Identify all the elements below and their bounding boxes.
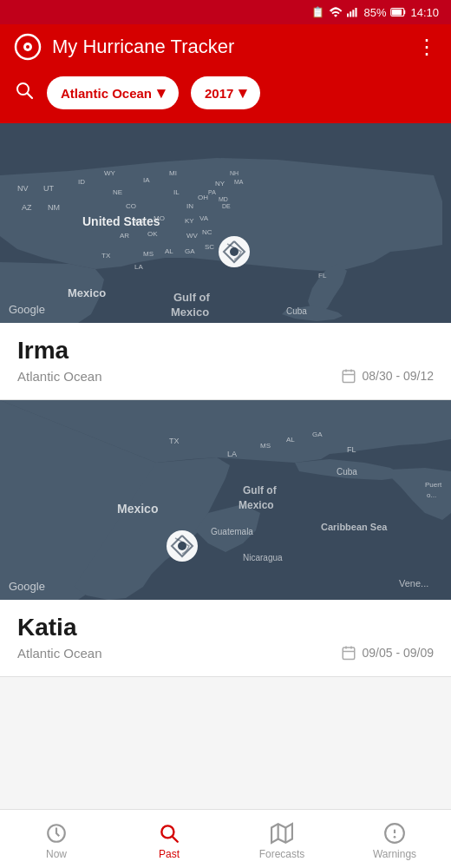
svg-text:NC: NC xyxy=(202,228,212,236)
svg-text:ID: ID xyxy=(78,178,85,186)
storm-dates-katia: 09/05 - 09/09 xyxy=(341,645,434,661)
svg-text:Puert: Puert xyxy=(425,481,442,489)
svg-text:TX: TX xyxy=(169,437,180,445)
svg-text:Gulf of: Gulf of xyxy=(173,291,211,304)
svg-text:WY: WY xyxy=(104,169,116,177)
year-filter-label: 2017 xyxy=(205,86,233,101)
ocean-dropdown-arrow: ▾ xyxy=(157,83,165,102)
google-logo-label-2: Google xyxy=(9,580,45,593)
svg-text:Vene...: Vene... xyxy=(399,578,428,589)
more-options-icon[interactable]: ⋮ xyxy=(416,36,437,57)
nav-now[interactable]: Now xyxy=(0,810,113,868)
nav-past-label: Past xyxy=(159,848,180,860)
search-icon[interactable] xyxy=(14,80,35,106)
storm-daterange-katia: 09/05 - 09/09 xyxy=(362,646,434,660)
svg-text:o...: o... xyxy=(427,491,436,499)
battery-level: 85% xyxy=(363,6,386,19)
alert-icon xyxy=(383,822,406,845)
nav-forecasts[interactable]: Forecasts xyxy=(226,810,338,868)
wifi-icon xyxy=(329,7,343,17)
svg-text:NM: NM xyxy=(48,203,60,212)
svg-text:MD: MD xyxy=(219,196,228,202)
svg-text:Cuba: Cuba xyxy=(337,467,357,477)
svg-text:Gulf of: Gulf of xyxy=(243,484,278,496)
map-irma[interactable]: Gulf of Mexico NV UT AZ NM ID WY NE CO I… xyxy=(0,123,451,323)
svg-text:Caribbean Sea: Caribbean Sea xyxy=(321,522,388,532)
map-icon xyxy=(271,822,293,845)
svg-text:NV: NV xyxy=(17,184,29,193)
svg-text:DE: DE xyxy=(222,203,231,209)
svg-text:IA: IA xyxy=(143,176,150,184)
map-katia[interactable]: TX MS AL GA LA FL Gulf of Mexico Mexico … xyxy=(0,400,451,600)
svg-text:CO: CO xyxy=(126,202,136,210)
svg-rect-58 xyxy=(343,371,356,383)
storm-meta-katia: Atlantic Ocean 09/05 - 09/09 xyxy=(17,645,434,661)
status-icons: 📋 85% 14:10 xyxy=(311,6,439,19)
app-title: My Hurricane Tracker xyxy=(52,36,234,58)
clock-icon xyxy=(45,822,68,845)
nav-warnings[interactable]: Warnings xyxy=(338,810,451,868)
svg-line-11 xyxy=(28,94,33,99)
calendar-icon-katia xyxy=(341,645,356,661)
svg-text:MA: MA xyxy=(234,179,244,185)
svg-text:MS: MS xyxy=(260,442,271,450)
storm-card-irma: Gulf of Mexico NV UT AZ NM ID WY NE CO I… xyxy=(0,123,451,400)
svg-text:AL: AL xyxy=(165,247,173,255)
svg-text:LA: LA xyxy=(134,263,143,271)
storm-dates-irma: 08/30 - 09/12 xyxy=(341,368,434,384)
svg-text:Mexico: Mexico xyxy=(117,502,158,516)
signal-icon xyxy=(347,7,359,17)
storm-name-irma: Irma xyxy=(17,337,434,365)
svg-text:Mexico: Mexico xyxy=(239,499,274,511)
svg-text:MI: MI xyxy=(169,169,177,177)
time-display: 14:10 xyxy=(410,6,439,19)
svg-text:FL: FL xyxy=(318,272,327,279)
ocean-filter-button[interactable]: Atlantic Ocean ▾ xyxy=(47,76,179,109)
nav-forecasts-label: Forecasts xyxy=(259,848,305,860)
svg-text:NY: NY xyxy=(215,180,226,187)
header-left: My Hurricane Tracker xyxy=(14,33,234,61)
storm-ocean-katia: Atlantic Ocean xyxy=(17,646,102,661)
svg-text:FL: FL xyxy=(347,445,356,454)
svg-rect-0 xyxy=(347,13,349,16)
svg-text:IN: IN xyxy=(186,202,193,210)
nav-past[interactable]: Past xyxy=(113,810,226,868)
svg-text:LA: LA xyxy=(227,450,237,458)
svg-text:NH: NH xyxy=(230,170,239,176)
sim-icon: 📋 xyxy=(311,6,324,18)
storm-meta-irma: Atlantic Ocean 08/30 - 09/12 xyxy=(17,368,434,384)
year-dropdown-arrow: ▾ xyxy=(239,83,246,102)
svg-text:Nicaragua: Nicaragua xyxy=(243,553,283,562)
filter-row: Atlantic Ocean ▾ 2017 ▾ xyxy=(0,69,451,123)
year-filter-button[interactable]: 2017 ▾ xyxy=(191,76,260,109)
storm-daterange-irma: 08/30 - 09/12 xyxy=(362,369,434,383)
svg-rect-6 xyxy=(404,10,406,15)
storm-name-katia: Katia xyxy=(17,614,434,641)
svg-rect-5 xyxy=(392,10,402,16)
search-nav-icon xyxy=(158,822,180,845)
svg-text:Mexico: Mexico xyxy=(68,286,106,299)
svg-rect-1 xyxy=(350,11,352,16)
storm-ocean-irma: Atlantic Ocean xyxy=(17,369,102,384)
svg-rect-3 xyxy=(356,8,357,17)
svg-rect-87 xyxy=(343,648,356,660)
svg-text:AZ: AZ xyxy=(22,203,32,212)
svg-text:KY: KY xyxy=(185,217,194,225)
svg-text:United States: United States xyxy=(82,214,160,228)
svg-text:AL: AL xyxy=(286,436,295,444)
svg-text:WV: WV xyxy=(186,232,199,240)
storm-info-irma: Irma Atlantic Ocean 08/30 - 09/12 xyxy=(0,323,451,400)
svg-text:IL: IL xyxy=(173,188,180,196)
nav-warnings-label: Warnings xyxy=(373,848,416,860)
app-logo-icon xyxy=(14,33,42,61)
svg-rect-2 xyxy=(353,10,355,16)
svg-line-93 xyxy=(173,836,178,841)
svg-text:VA: VA xyxy=(199,214,209,222)
svg-text:TX: TX xyxy=(101,252,111,260)
ocean-filter-label: Atlantic Ocean xyxy=(61,86,152,101)
svg-text:GA: GA xyxy=(312,431,323,438)
svg-text:NE: NE xyxy=(113,188,122,196)
google-logo-label: Google xyxy=(9,303,45,316)
storm-card-katia: TX MS AL GA LA FL Gulf of Mexico Mexico … xyxy=(0,400,451,677)
storm-info-katia: Katia Atlantic Ocean 09/05 - 09/09 xyxy=(0,600,451,677)
